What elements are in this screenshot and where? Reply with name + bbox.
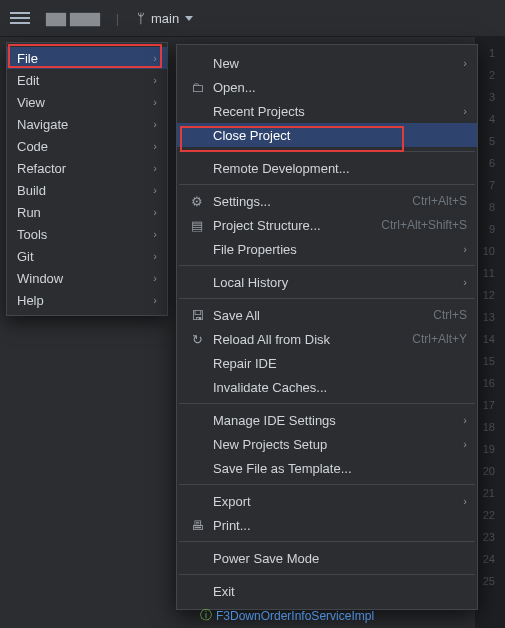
main-menu-item-edit[interactable]: Edit› (7, 69, 167, 91)
folder-icon: 🗀 (189, 80, 205, 95)
file-menu-item-new[interactable]: New› (177, 51, 477, 75)
main-menu-item-refactor[interactable]: Refactor› (7, 157, 167, 179)
file-menu-item-save-file-as-template[interactable]: Save File as Template... (177, 456, 477, 480)
line-number: 13 (475, 306, 495, 328)
git-branch-selector[interactable]: ᛘ main (129, 11, 201, 26)
file-menu-item-repair-ide[interactable]: Repair IDE (177, 351, 477, 375)
line-number: 17 (475, 394, 495, 416)
menu-separator (179, 298, 475, 299)
menu-item-label: Reload All from Disk (213, 332, 404, 347)
line-number: 4 (475, 108, 495, 130)
branch-icon: ᛘ (137, 11, 145, 26)
file-menu-item-new-projects-setup[interactable]: New Projects Setup› (177, 432, 477, 456)
gear-icon: ⚙ (189, 194, 205, 209)
menu-item-shortcut: Ctrl+S (433, 308, 467, 322)
chevron-right-icon: › (153, 228, 157, 240)
menu-item-label: Save File as Template... (213, 461, 467, 476)
menu-item-label: Recent Projects (213, 104, 455, 119)
line-number: 16 (475, 372, 495, 394)
chevron-right-icon: › (463, 276, 467, 288)
menu-separator (179, 541, 475, 542)
main-menu-label: Help (17, 293, 44, 308)
main-menu-item-tools[interactable]: Tools› (7, 223, 167, 245)
main-menu-item-build[interactable]: Build› (7, 179, 167, 201)
file-menu-item-exit[interactable]: Exit (177, 579, 477, 603)
menu-separator (179, 574, 475, 575)
main-menu-label: Navigate (17, 117, 68, 132)
menu-item-label: Local History (213, 275, 455, 290)
chevron-right-icon: › (153, 250, 157, 262)
file-menu-item-manage-ide-settings[interactable]: Manage IDE Settings› (177, 408, 477, 432)
main-menu-label: Refactor (17, 161, 66, 176)
toolbar-separator: | (112, 11, 123, 26)
line-number: 3 (475, 86, 495, 108)
chevron-right-icon: › (463, 495, 467, 507)
editor-tab[interactable]: ⓘ F3DownOrderInfoServiceImpl (200, 607, 374, 624)
main-menu-item-run[interactable]: Run› (7, 201, 167, 223)
line-number: 19 (475, 438, 495, 460)
line-number: 23 (475, 526, 495, 548)
menu-item-label: Repair IDE (213, 356, 467, 371)
file-menu-item-export[interactable]: Export› (177, 489, 477, 513)
menu-item-label: Manage IDE Settings (213, 413, 455, 428)
file-menu-item-settings[interactable]: ⚙Settings...Ctrl+Alt+S (177, 189, 477, 213)
line-number: 11 (475, 262, 495, 284)
main-menu-item-navigate[interactable]: Navigate› (7, 113, 167, 135)
file-menu-item-recent-projects[interactable]: Recent Projects› (177, 99, 477, 123)
file-menu-item-remote-development[interactable]: Remote Development... (177, 156, 477, 180)
branch-label: main (151, 11, 179, 26)
line-number: 20 (475, 460, 495, 482)
menu-item-label: Project Structure... (213, 218, 373, 233)
main-menu-item-git[interactable]: Git› (7, 245, 167, 267)
file-menu-item-save-all[interactable]: 🖫Save AllCtrl+S (177, 303, 477, 327)
file-menu-item-local-history[interactable]: Local History› (177, 270, 477, 294)
menu-item-label: Invalidate Caches... (213, 380, 467, 395)
main-menu-label: View (17, 95, 45, 110)
file-submenu-popup: New›🗀Open...Recent Projects›Close Projec… (176, 44, 478, 610)
file-menu-item-project-structure[interactable]: ▤Project Structure...Ctrl+Alt+Shift+S (177, 213, 477, 237)
chevron-right-icon: › (153, 118, 157, 130)
main-menu-label: Run (17, 205, 41, 220)
main-menu-item-file[interactable]: File› (7, 47, 167, 69)
file-menu-item-print[interactable]: 🖶Print... (177, 513, 477, 537)
menu-item-label: Remote Development... (213, 161, 467, 176)
menu-separator (179, 151, 475, 152)
main-menu-item-view[interactable]: View› (7, 91, 167, 113)
chevron-right-icon: › (153, 294, 157, 306)
line-number: 5 (475, 130, 495, 152)
chevron-right-icon: › (153, 140, 157, 152)
file-menu-item-file-properties[interactable]: File Properties› (177, 237, 477, 261)
main-menu-item-help[interactable]: Help› (7, 289, 167, 311)
line-number: 7 (475, 174, 495, 196)
line-number: 8 (475, 196, 495, 218)
line-number: 18 (475, 416, 495, 438)
line-number: 15 (475, 350, 495, 372)
chevron-right-icon: › (463, 438, 467, 450)
main-menu-item-code[interactable]: Code› (7, 135, 167, 157)
chevron-right-icon: › (153, 52, 157, 64)
chevron-right-icon: › (153, 74, 157, 86)
main-menu-label: Window (17, 271, 63, 286)
file-menu-item-reload-all-from-disk[interactable]: ↻Reload All from DiskCtrl+Alt+Y (177, 327, 477, 351)
chevron-right-icon: › (153, 96, 157, 108)
menu-item-label: Export (213, 494, 455, 509)
menu-item-label: File Properties (213, 242, 455, 257)
chevron-right-icon: › (153, 162, 157, 174)
menu-item-label: Save All (213, 308, 425, 323)
chevron-right-icon: › (463, 57, 467, 69)
hamburger-menu-icon[interactable] (6, 4, 34, 32)
file-menu-item-invalidate-caches[interactable]: Invalidate Caches... (177, 375, 477, 399)
interface-icon: ⓘ (200, 607, 212, 624)
chevron-right-icon: › (153, 184, 157, 196)
main-menu-item-window[interactable]: Window› (7, 267, 167, 289)
menu-item-label: New (213, 56, 455, 71)
print-icon: 🖶 (189, 518, 205, 533)
project-name[interactable]: ▇▇ ▇▇▇ (40, 11, 106, 26)
main-menu-popup: File›Edit›View›Navigate›Code›Refactor›Bu… (6, 42, 168, 316)
file-menu-item-power-save-mode[interactable]: Power Save Mode (177, 546, 477, 570)
file-menu-item-open[interactable]: 🗀Open... (177, 75, 477, 99)
file-menu-item-close-project[interactable]: Close Project (177, 123, 477, 147)
line-number: 14 (475, 328, 495, 350)
menu-item-label: Close Project (213, 128, 467, 143)
menu-separator (179, 265, 475, 266)
